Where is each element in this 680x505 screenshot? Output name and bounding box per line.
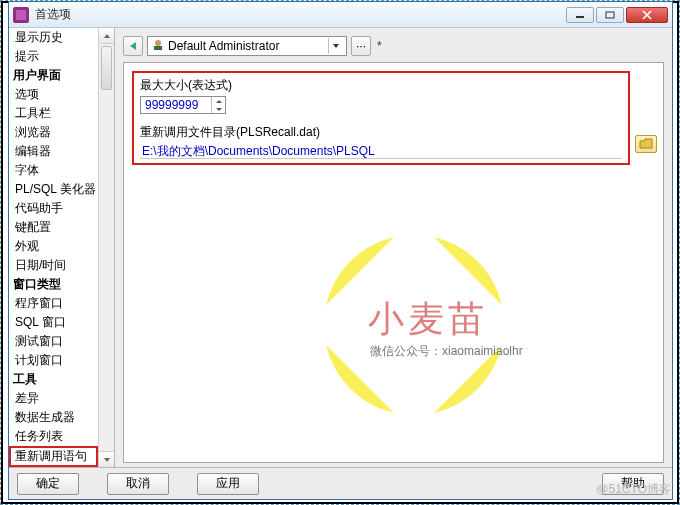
recall-dir-value[interactable]: E:\我的文档\Documents\Documents\PLSQL xyxy=(140,143,622,159)
folder-icon xyxy=(639,138,653,150)
tree-item[interactable]: 编辑器 xyxy=(9,142,98,161)
svg-point-8 xyxy=(155,40,161,46)
scroll-up-icon[interactable] xyxy=(99,28,114,44)
apply-button[interactable]: 应用 xyxy=(197,473,259,495)
ok-button[interactable]: 确定 xyxy=(17,473,79,495)
tree-group[interactable]: 用户界面 xyxy=(9,66,98,85)
svg-rect-2 xyxy=(606,12,614,18)
tree-item[interactable]: 数据生成器 xyxy=(9,408,98,427)
svg-marker-13 xyxy=(640,139,652,148)
spin-down-icon[interactable] xyxy=(212,105,225,113)
minimize-button[interactable] xyxy=(566,7,594,23)
browse-users-button[interactable]: ··· xyxy=(351,36,371,56)
tree-item[interactable]: 程序窗口 xyxy=(9,294,98,313)
tree-item[interactable]: 工具栏 xyxy=(9,104,98,123)
tree-item[interactable]: 提示 xyxy=(9,47,98,66)
wildcard-label: * xyxy=(377,39,382,53)
tree-item[interactable]: 差异 xyxy=(9,389,98,408)
tree-item[interactable]: 字体 xyxy=(9,161,98,180)
settings-panel: 最大大小(表达式) 重新调用文件目录(PLSRecall.dat) E:\我的文… xyxy=(123,62,664,463)
tree-item[interactable]: 测试窗口 xyxy=(9,332,98,351)
svg-marker-10 xyxy=(333,44,339,48)
tree-item[interactable]: 日期/时间 xyxy=(9,256,98,275)
svg-marker-11 xyxy=(216,100,222,103)
svg-rect-9 xyxy=(154,46,162,50)
source-watermark: @51CTO博客 xyxy=(596,481,671,498)
svg-marker-5 xyxy=(104,34,110,38)
highlighted-settings: 最大大小(表达式) 重新调用文件目录(PLSRecall.dat) E:\我的文… xyxy=(132,71,630,165)
svg-marker-6 xyxy=(104,458,110,462)
watermark-subtext: 微信公众号：xiaomaimiaolhr xyxy=(370,343,523,360)
max-size-input[interactable] xyxy=(140,96,226,114)
max-size-field[interactable] xyxy=(141,97,211,113)
preferences-window: 首选项 显示历史 提示 用户界面 选项 工具栏 浏览器 编辑器 字体 PL/SQ… xyxy=(8,1,673,500)
category-tree[interactable]: 显示历史 提示 用户界面 选项 工具栏 浏览器 编辑器 字体 PL/SQL 美化… xyxy=(9,28,115,467)
browse-folder-button[interactable] xyxy=(635,135,657,153)
close-button[interactable] xyxy=(626,7,668,23)
user-combo[interactable]: Default Administrator xyxy=(147,36,347,56)
svg-marker-7 xyxy=(130,42,136,50)
scroll-thumb[interactable] xyxy=(101,46,112,90)
chevron-down-icon[interactable] xyxy=(328,38,342,54)
tree-item[interactable]: 计划窗口 xyxy=(9,351,98,370)
tree-item[interactable]: 键配置 xyxy=(9,218,98,237)
user-combo-text: Default Administrator xyxy=(168,39,279,53)
tree-item[interactable]: 选项 xyxy=(9,85,98,104)
user-icon xyxy=(152,39,164,54)
svg-rect-0 xyxy=(16,10,26,20)
dialog-buttons: 确定 取消 应用 帮助 xyxy=(9,467,672,499)
tree-item-recall-statements[interactable]: 重新调用语句 xyxy=(9,446,98,467)
recall-dir-label: 重新调用文件目录(PLSRecall.dat) xyxy=(140,124,622,141)
watermark-text: 小麦苗 xyxy=(368,295,488,344)
user-toolbar: Default Administrator ··· * xyxy=(123,34,664,58)
maximize-button[interactable] xyxy=(596,7,624,23)
spin-up-icon[interactable] xyxy=(212,97,225,105)
tree-item[interactable]: 显示历史 xyxy=(9,28,98,47)
tree-item[interactable]: PL/SQL 美化器 xyxy=(9,180,98,199)
tree-item[interactable]: 外观 xyxy=(9,237,98,256)
tree-item[interactable]: 代码助手 xyxy=(9,199,98,218)
svg-marker-12 xyxy=(216,108,222,111)
tree-group[interactable]: 窗口类型 xyxy=(9,275,98,294)
tree-scrollbar[interactable] xyxy=(98,28,114,467)
back-button[interactable] xyxy=(123,36,143,56)
cancel-button[interactable]: 取消 xyxy=(107,473,169,495)
titlebar: 首选项 xyxy=(9,2,672,28)
tree-item[interactable]: SQL 窗口 xyxy=(9,313,98,332)
scroll-down-icon[interactable] xyxy=(99,451,114,467)
app-icon xyxy=(13,7,29,23)
tree-item[interactable]: 浏览器 xyxy=(9,123,98,142)
watermark-circle xyxy=(324,235,514,425)
tree-group[interactable]: 工具 xyxy=(9,370,98,389)
tree-item[interactable]: 任务列表 xyxy=(9,427,98,446)
window-title: 首选项 xyxy=(35,6,566,23)
max-size-label: 最大大小(表达式) xyxy=(140,77,622,94)
